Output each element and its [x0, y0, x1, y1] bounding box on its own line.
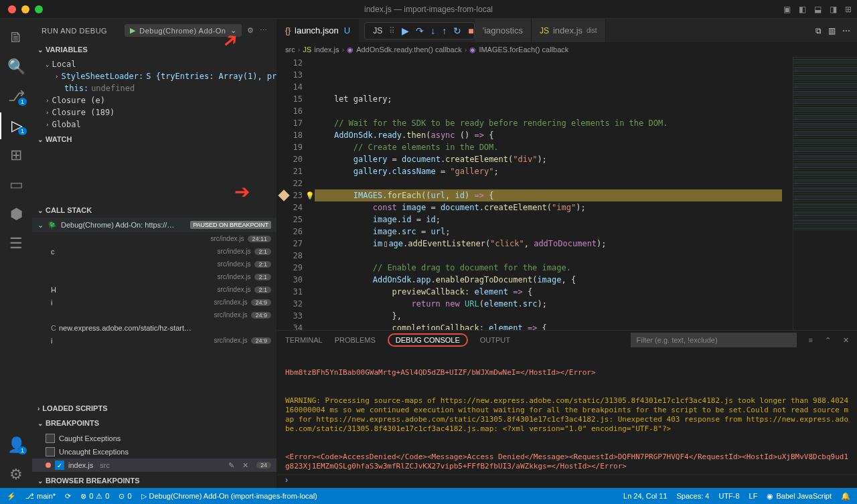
debug-config-name: Debug(Chrome) Add-On: [139, 27, 226, 35]
remote-indicator[interactable]: ⚡: [7, 492, 16, 501]
step-out-icon[interactable]: ↑: [442, 25, 447, 36]
tab-diagnostics[interactable]: 'iagnostics: [475, 19, 532, 42]
accounts-icon[interactable]: 👤1: [0, 432, 32, 458]
bp-uncaught-exceptions[interactable]: Uncaught Exceptions: [46, 445, 277, 458]
restart-icon[interactable]: ↻: [453, 25, 461, 36]
code-content[interactable]: let gallery; // Wait for the SDK to be r…: [315, 57, 793, 330]
loaded-scripts-header[interactable]: ›LOADED SCRIPTS: [32, 401, 277, 416]
debug-console-output[interactable]: Hbm8tzBFh5YnIBab00GWaMrtg+ASl4QD5dZB+UIZ…: [277, 349, 857, 475]
bp-file[interactable]: ✓ index.js src ✎ ✕ 24: [32, 458, 277, 472]
tab-problems[interactable]: PROBLEMS: [335, 335, 376, 345]
port-indicator[interactable]: ⊙ 0: [119, 492, 131, 501]
close-panel-icon[interactable]: ✕: [843, 336, 849, 345]
compare-icon[interactable]: ⧉: [815, 26, 822, 35]
scope-closure-e[interactable]: ›Closure (e): [46, 94, 277, 106]
checkbox[interactable]: [46, 434, 55, 443]
activity-bar: 🗎 🔍 ⎇1 ▷1 ⊞ ▭ ⬢ ☰ 👤1 ⚙: [0, 19, 32, 488]
explorer-icon[interactable]: 🗎: [0, 24, 32, 51]
notifications-icon[interactable]: 🔔: [841, 492, 850, 501]
watch-body: [32, 147, 277, 203]
browser-breakpoints-header[interactable]: ⌄BROWSER BREAKPOINTS: [32, 473, 277, 488]
bp-caught-exceptions[interactable]: Caught Exceptions: [46, 432, 277, 445]
indentation[interactable]: Spaces: 4: [677, 492, 710, 500]
breakpoints-header[interactable]: ⌄BREAKPOINTS: [32, 416, 277, 430]
callstack-session[interactable]: ⌄ 🪲 Debug(Chrome) Add-On: https://ne… PA…: [32, 218, 277, 232]
watch-section-header[interactable]: ⌄WATCH: [32, 132, 277, 147]
more-actions-icon[interactable]: ⋯: [842, 26, 850, 35]
cursor-position[interactable]: Ln 24, Col 11: [623, 492, 667, 500]
code-editor[interactable]: 1213141516171819202122232425262728293031…: [277, 57, 857, 330]
remove-icon[interactable]: ✕: [242, 461, 248, 470]
console-line: Hbm8tzBFh5YnIBab00GWaMrtg+ASl4QD5dZB+UIZ…: [285, 368, 849, 377]
breakpoint-dot-icon: [46, 463, 51, 468]
callstack-frame[interactable]: Hsrc/index.js2:1: [32, 283, 277, 296]
callstack-frame[interactable]: src/index.js2:1: [32, 258, 277, 270]
panel-right-icon[interactable]: ◨: [830, 5, 837, 14]
breadcrumb[interactable]: src› JS index.js› ◉ AddOnSdk.ready.then(…: [277, 42, 857, 57]
search-icon[interactable]: 🔍: [0, 54, 32, 80]
scope-local[interactable]: ⌄Local: [46, 58, 277, 70]
scope-closure-189[interactable]: ›Closure (189): [46, 106, 277, 118]
source-control-icon[interactable]: ⎇1: [0, 83, 32, 110]
session-name: Debug(Chrome) Add-On: https://ne…: [61, 221, 175, 229]
debug-toolbar: JS ⠿ ▶ ↷ ↓ ↑ ↻ ■: [364, 22, 474, 39]
tab-debug-console[interactable]: DEBUG CONSOLE: [388, 333, 468, 347]
more-icon[interactable]: ⋯: [260, 26, 268, 35]
settings-icon[interactable]: ⚙: [0, 461, 32, 488]
tab-index-js[interactable]: JS index.js dist: [532, 19, 606, 42]
step-into-icon[interactable]: ↓: [431, 25, 435, 36]
callstack-frame[interactable]: src/index.js24:11: [32, 232, 277, 245]
editor-area: {} launch.json U JS ⠿ ▶ ↷ ↓ ↑ ↻ ■ 'iagno…: [277, 19, 857, 488]
run-debug-icon[interactable]: ▷1: [0, 112, 32, 139]
callstack-frame[interactable]: isrc/index.js24:9: [32, 334, 277, 347]
sync-indicator[interactable]: ⟳: [65, 492, 71, 501]
callstack-section-header[interactable]: ⌄CALL STACK: [32, 203, 277, 218]
clear-icon-2[interactable]: ⌃: [825, 336, 831, 345]
lightbulb-icon[interactable]: 💡: [305, 190, 315, 202]
callstack-frame[interactable]: Cnew.express.adobe.com/static/hz-startup…: [32, 321, 277, 334]
filter-input[interactable]: Filter (e.g. text, !exclude): [631, 333, 797, 347]
custom-icon[interactable]: ☰: [0, 230, 32, 257]
sidebar: RUN AND DEBUG ▶ Debug(Chrome) Add-On ⌄ ⚙…: [32, 19, 277, 488]
console-input[interactable]: ›: [277, 475, 857, 488]
encoding[interactable]: UTF-8: [718, 492, 739, 500]
docker-icon[interactable]: ⬢: [0, 201, 32, 228]
checkbox[interactable]: [46, 447, 55, 456]
eol[interactable]: LF: [749, 492, 758, 500]
errors-indicator[interactable]: ⊗ 0 ⚠ 0: [80, 492, 109, 501]
debug-config-selector[interactable]: ▶ Debug(Chrome) Add-On ⌄: [125, 24, 242, 37]
remote-icon[interactable]: ▭: [0, 171, 32, 198]
customize-layout-icon[interactable]: ⊞: [845, 5, 852, 14]
split-editor-icon[interactable]: ▥: [828, 26, 836, 35]
continue-icon[interactable]: ▶: [402, 25, 409, 36]
tab-terminal[interactable]: TERMINAL: [285, 335, 323, 345]
callstack-frame[interactable]: isrc/index.js24:9: [32, 296, 277, 309]
var-this[interactable]: this: undefined: [46, 82, 277, 94]
edit-icon[interactable]: ✎: [228, 461, 234, 470]
stop-icon[interactable]: ■: [468, 25, 473, 36]
panel-bottom-icon[interactable]: ⬓: [814, 5, 822, 14]
maximize-window[interactable]: [35, 5, 43, 13]
variables-section-header[interactable]: ⌄VARIABLES: [32, 42, 277, 57]
branch-indicator[interactable]: ⎇ main*: [25, 492, 56, 501]
tab-output[interactable]: OUTPUT: [480, 335, 510, 345]
panel-settings-icon[interactable]: ≡: [809, 336, 813, 344]
callstack-frame[interactable]: src/index.js24:9: [32, 309, 277, 321]
tab-launch-json[interactable]: {} launch.json U: [277, 19, 359, 42]
language-mode[interactable]: ◉ Babel JavaScript: [767, 492, 832, 501]
var-stylesheetloader[interactable]: ›StyleSheetLoader: S {tryEntries: Array(…: [46, 70, 277, 82]
scope-global[interactable]: ›Global: [46, 118, 277, 131]
panel-left-icon[interactable]: ◧: [799, 5, 806, 14]
gear-icon[interactable]: ⚙: [247, 26, 254, 35]
callstack-frame[interactable]: csrc/index.js2:1: [32, 245, 277, 258]
extensions-icon[interactable]: ⊞: [0, 142, 32, 169]
minimap[interactable]: [793, 57, 857, 330]
layout-icon[interactable]: ▣: [783, 5, 791, 14]
checkbox[interactable]: ✓: [55, 460, 64, 470]
close-window[interactable]: [8, 5, 16, 13]
debug-session-indicator[interactable]: ▷ Debug(Chrome) Add-On (import-images-fr…: [141, 492, 317, 501]
callstack-frame[interactable]: src/index.js2:1: [32, 270, 277, 283]
step-over-icon[interactable]: ↷: [416, 25, 424, 36]
statusbar: ⚡ ⎇ main* ⟳ ⊗ 0 ⚠ 0 ⊙ 0 ▷ Debug(Chrome) …: [0, 488, 857, 504]
minimize-window[interactable]: [21, 5, 29, 13]
